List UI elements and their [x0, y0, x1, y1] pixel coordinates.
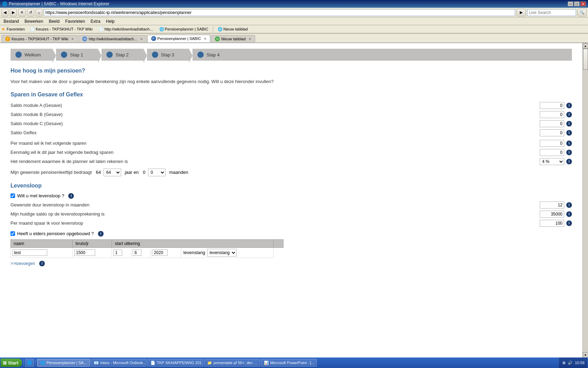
taskbar-btn-tkp[interactable]: 📄 TKP SKIHAPPENING 201...: [147, 359, 203, 366]
saldo-levensloop-input[interactable]: [540, 211, 564, 218]
pension-age-value-label: 64: [96, 170, 101, 175]
step-welkom[interactable]: Welkom: [10, 49, 52, 61]
saldo-c-input[interactable]: [540, 120, 564, 127]
scrollbar-track[interactable]: [583, 49, 588, 352]
naam-input[interactable]: [12, 250, 47, 256]
step-4[interactable]: Stap 4: [192, 49, 572, 61]
taskbar-btn-pensioen[interactable]: 🌐 Pensioenplanner | SA...: [37, 359, 90, 366]
wilt-levensloop-info-icon[interactable]: i: [68, 193, 74, 199]
fav-item-2[interactable]: 📄 http://wiki/download/attach...: [96, 26, 155, 32]
fav-item-4[interactable]: 🌐 Nieuw tabblad: [215, 26, 250, 32]
spaar-levensloop-info-icon[interactable]: i: [566, 220, 572, 226]
tab-2[interactable]: W http://wiki/download/attach... ✕: [78, 35, 146, 42]
search-input[interactable]: [527, 9, 576, 16]
taskbar-btn-powerpoint[interactable]: 📊 Microsoft PowerPoint - [...: [261, 359, 317, 366]
eenmalig-info-icon[interactable]: i: [566, 150, 572, 155]
rendement-select[interactable]: 1 % 2 % 3 % 4 % 5 % 6 % 7 % 8 %: [540, 158, 564, 165]
maanden-select[interactable]: 0 1 2 3 4 5 6 7 8 9 10 11: [148, 169, 166, 176]
col-extra: [274, 239, 284, 247]
elders-pensioen-checkbox[interactable]: [10, 231, 15, 236]
start-button[interactable]: ⊞ Start: [1, 359, 22, 366]
step-label-4: Stap 4: [206, 52, 220, 57]
clock: 10:58: [575, 361, 584, 365]
search-go-button[interactable]: 🔍: [578, 9, 587, 16]
step-2[interactable]: Stap 2: [102, 49, 144, 61]
tab-close-1[interactable]: ✕: [71, 37, 74, 41]
table-cell-jaar: [150, 247, 181, 258]
bruto-input[interactable]: [74, 250, 95, 256]
page-content: Welkom Stap 1 Stap 2 Stap 3 Stap 4 Hoe h…: [0, 43, 582, 358]
uitkering-select[interactable]: levenslang tijdelijk: [207, 249, 237, 257]
duur-levensloop-info-icon[interactable]: i: [566, 202, 572, 208]
menu-bewerken[interactable]: Bewerken: [22, 18, 45, 25]
tab-1[interactable]: T Keuzes - TKPSKIHUT - TKP Wiki ✕: [1, 35, 78, 42]
tab-close-2[interactable]: ✕: [140, 37, 143, 41]
levensloop-heading: Levensloop: [10, 183, 572, 189]
taskbar-btn-outlook[interactable]: 📧 Inbox - Microsoft Outlook...: [91, 359, 147, 366]
tab-favicon-4: N: [215, 36, 220, 41]
saldo-geflex-info-icon[interactable]: i: [566, 130, 572, 136]
fav-icon-3: 🌐: [159, 27, 164, 32]
pension-age-select[interactable]: 60 61 62 63 64 65 66 67: [104, 169, 121, 176]
maand-input[interactable]: [133, 250, 141, 256]
eenmalig-input[interactable]: [540, 149, 564, 156]
rendement-info-icon[interactable]: i: [566, 159, 572, 164]
address-input[interactable]: [44, 9, 515, 16]
menu-beeld[interactable]: Beeld: [47, 18, 62, 25]
home-button[interactable]: ⌂: [36, 9, 42, 16]
savings-heading: Sparen in Gesave of Geflex: [10, 91, 572, 98]
per-maand-info-icon[interactable]: i: [566, 141, 572, 146]
scrollbar-thumb[interactable]: [583, 49, 588, 70]
windows-logo-icon: ⊞: [3, 360, 7, 366]
saldo-b-input[interactable]: [540, 111, 564, 118]
stop-button[interactable]: ✕: [18, 9, 26, 16]
minimize-button[interactable]: ─: [568, 1, 573, 6]
scroll-down-button[interactable]: ▼: [583, 352, 588, 358]
restore-button[interactable]: □: [574, 1, 580, 6]
jaar-input[interactable]: [152, 250, 168, 256]
menu-bestand[interactable]: Bestand: [1, 18, 21, 25]
tab-favicon-1: T: [5, 36, 10, 41]
spaar-levensloop-input[interactable]: [540, 220, 564, 227]
per-maand-input[interactable]: [540, 140, 564, 147]
step-1[interactable]: Stap 1: [56, 49, 98, 61]
forward-button[interactable]: ▶: [10, 9, 17, 16]
eenmalig-label: Eenmalig wil ik dit jaar het volgende be…: [10, 150, 540, 155]
scrollbar: ▲ ▼: [582, 43, 588, 358]
tab-favicon-2: W: [82, 36, 87, 41]
step-3[interactable]: Stap 3: [147, 49, 189, 61]
saldo-geflex-input[interactable]: [540, 129, 564, 136]
saldo-a-info-icon[interactable]: i: [566, 103, 572, 108]
refresh-button[interactable]: ↺: [27, 9, 34, 16]
fav-item-1[interactable]: 📄 Keuzes - TKPSKIHUT - TKP Wiki: [28, 26, 95, 32]
scroll-up-button[interactable]: ▲: [583, 43, 588, 49]
tab-close-4[interactable]: ✕: [248, 37, 251, 41]
taskbar-btn-tkp-icon: 📄: [150, 361, 155, 365]
wilt-levensloop-checkbox[interactable]: [10, 193, 15, 198]
col-naam: naam: [11, 239, 73, 247]
dag-input[interactable]: [113, 250, 122, 256]
elders-pensioen-info-icon[interactable]: i: [98, 231, 104, 237]
toevoegen-info-icon[interactable]: i: [39, 261, 45, 266]
saldo-geflex-row: Saldo Geflex i: [10, 129, 572, 136]
back-button[interactable]: ◀: [1, 9, 8, 16]
menu-help[interactable]: Help: [104, 18, 117, 25]
close-button[interactable]: ✕: [580, 1, 586, 6]
taskbar-btn-presentatie[interactable]: 📁 presentatie pf 50+, dec ...: [204, 359, 260, 366]
tab-4[interactable]: N Nieuw tabblad ✕: [211, 35, 255, 42]
tray-icon-volume: 🔊: [568, 361, 573, 365]
taskbar-icon-area: 🌐: [25, 359, 34, 366]
saldo-b-info-icon[interactable]: i: [566, 112, 572, 117]
tab-3[interactable]: P Pensioenplanner | SABIC ✕: [147, 35, 211, 42]
step-dot-4: [197, 52, 204, 58]
menu-favorieten[interactable]: Favorieten: [63, 18, 87, 25]
tab-close-3[interactable]: ✕: [204, 37, 206, 41]
saldo-levensloop-info-icon[interactable]: i: [566, 211, 572, 217]
go-button[interactable]: ▶: [517, 9, 526, 16]
toevoegen-link[interactable]: >>toevoegen: [10, 261, 35, 266]
menu-extra[interactable]: Extra: [89, 18, 103, 25]
fav-item-3[interactable]: 🌐 Pensioenplanner | SABIC: [157, 26, 211, 32]
duur-levensloop-input[interactable]: [540, 202, 564, 209]
saldo-c-info-icon[interactable]: i: [566, 121, 572, 127]
saldo-a-input[interactable]: [540, 102, 564, 109]
